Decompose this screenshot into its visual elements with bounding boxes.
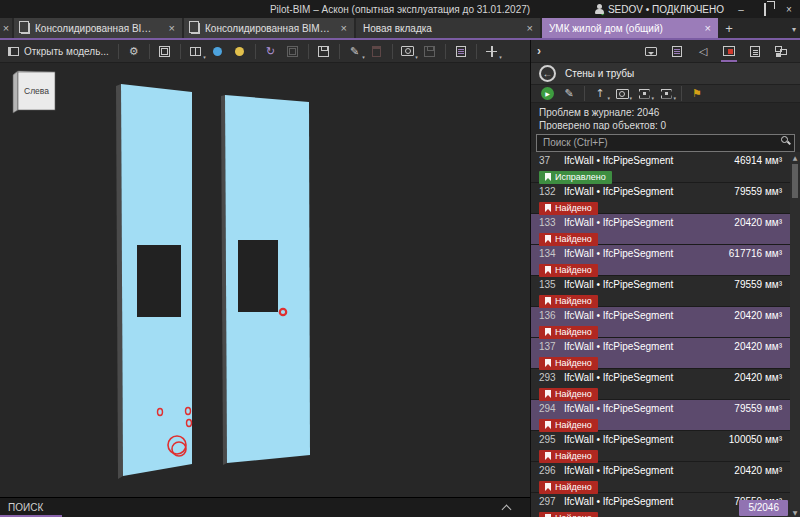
- tab-close-icon[interactable]: ×: [337, 22, 347, 34]
- view-mode-button[interactable]: ▾: [612, 86, 632, 102]
- search-status-label[interactable]: ПОИСК: [8, 502, 43, 513]
- issue-value: 20420 мм³: [734, 464, 782, 477]
- isolate-icon: [661, 89, 672, 99]
- rotate-button[interactable]: ↻: [261, 42, 281, 61]
- measure-button[interactable]: ✎▾: [345, 42, 365, 61]
- issue-type: IfcWall • IfcPipeSegment: [564, 309, 727, 322]
- panel-stats: Проблем в журнале: 2046 Проверено пар об…: [531, 103, 800, 130]
- collapse-panel-button[interactable]: ›: [537, 44, 541, 58]
- issue-value: 20420 мм³: [734, 340, 782, 353]
- user-label: SEDOV • ПОДКЛЮЧЕНО: [608, 4, 724, 15]
- status-badge: Найдено: [539, 233, 598, 246]
- edit-check-button[interactable]: ✎: [559, 86, 579, 102]
- issue-type: IfcWall • IfcPipeSegment: [564, 433, 722, 446]
- status-label: Найдено: [555, 451, 592, 461]
- issue-id: 132: [539, 185, 557, 198]
- issue-row[interactable]: 293 IfcWall • IfcPipeSegment 20420 мм³ Н…: [531, 369, 790, 400]
- yellow-marker-button[interactable]: [230, 42, 250, 61]
- tab-close-icon[interactable]: ×: [165, 22, 175, 34]
- search-icon[interactable]: [781, 136, 788, 143]
- issue-row[interactable]: 137 IfcWall • IfcPipeSegment 20420 мм³ Н…: [531, 338, 790, 369]
- issue-id: 137: [539, 340, 557, 353]
- view-camera-icon: [616, 89, 629, 99]
- toolbar-separator: [584, 86, 585, 101]
- status-bar: ПОИСК: [0, 497, 530, 517]
- issue-id: 297: [539, 495, 557, 508]
- viewer-toolbar: Открыть модель... ⚙ ▾ ↻ ✎▾ ▾ ▾: [0, 40, 530, 63]
- issue-value: 20420 мм³: [734, 309, 782, 322]
- issue-row[interactable]: 37 IfcWall • IfcPipeSegment 46914 мм³ Ис…: [531, 152, 790, 183]
- scroll-up-icon[interactable]: ▲: [790, 152, 800, 162]
- tab-bim-model-2[interactable]: Консолидированная BIM-модель ×: [184, 18, 354, 38]
- trash-icon: [372, 46, 381, 57]
- toolbar-separator: [180, 44, 181, 59]
- issue-row[interactable]: 295 IfcWall • IfcPipeSegment 100050 мм³ …: [531, 431, 790, 462]
- wall-panel-left[interactable]: [116, 84, 192, 479]
- pan-move-button[interactable]: ▾: [482, 42, 502, 61]
- structure-tab-button[interactable]: [768, 41, 794, 62]
- isolate-b-button[interactable]: ▾: [656, 86, 676, 102]
- scroll-thumb[interactable]: [792, 164, 798, 198]
- search-input[interactable]: [536, 134, 795, 152]
- issue-row[interactable]: 294 IfcWall • IfcPipeSegment 79559 мм³ Н…: [531, 400, 790, 431]
- expand-panel-chevron-icon[interactable]: [502, 505, 512, 515]
- issue-row[interactable]: 136 IfcWall • IfcPipeSegment 20420 мм³ Н…: [531, 307, 790, 338]
- issue-value: 20420 мм³: [734, 216, 782, 229]
- cursor-mode-button[interactable]: ↑▾: [590, 86, 610, 102]
- close-button[interactable]: ×: [782, 4, 796, 15]
- toolbar-separator: [445, 44, 446, 59]
- flags-tab-button[interactable]: ◁: [690, 41, 716, 62]
- save-button[interactable]: [314, 42, 334, 61]
- tab-close-partial[interactable]: ×: [0, 18, 12, 38]
- cursor-icon: ↑: [595, 87, 604, 100]
- camera-button[interactable]: ▾: [398, 42, 418, 61]
- issue-row[interactable]: 134 IfcWall • IfcPipeSegment 617716 мм³ …: [531, 245, 790, 276]
- issue-value: 617716 мм³: [729, 247, 782, 260]
- issue-row[interactable]: 133 IfcWall • IfcPipeSegment 20420 мм³ Н…: [531, 214, 790, 245]
- tab-close-icon[interactable]: ×: [523, 22, 533, 34]
- blue-marker-button[interactable]: [208, 42, 228, 61]
- issue-id: 295: [539, 433, 557, 446]
- issue-id: 136: [539, 309, 557, 322]
- model-viewport[interactable]: Слева: [0, 63, 530, 497]
- check-toolbar: ▶ ✎ ↑▾ ▾ ▾ ▾ ⚑: [531, 85, 800, 103]
- collision-check-tab-button[interactable]: [716, 41, 742, 62]
- structure-connector-icon: [775, 46, 787, 57]
- navigation-cube[interactable]: Слева: [13, 71, 55, 113]
- issue-type: IfcWall • IfcPipeSegment: [564, 278, 727, 291]
- wall-panel-right[interactable]: [221, 95, 310, 465]
- issue-row[interactable]: 135 IfcWall • IfcPipeSegment 79559 мм³ Н…: [531, 276, 790, 307]
- minimize-button[interactable]: –: [734, 4, 748, 15]
- tab-umk-house-active[interactable]: УМК жилой дом (общий) ×: [542, 18, 718, 38]
- restore-button[interactable]: [758, 4, 772, 15]
- scroll-down-icon[interactable]: ▼: [790, 507, 800, 517]
- issue-value: 79559 мм³: [734, 278, 782, 291]
- back-button[interactable]: ←: [539, 65, 556, 82]
- tab-overflow-button[interactable]: ▾: [792, 18, 796, 40]
- issue-row[interactable]: 296 IfcWall • IfcPipeSegment 20420 мм³ Н…: [531, 462, 790, 493]
- settings-gear-button[interactable]: ⚙: [124, 42, 144, 61]
- isolate-a-button[interactable]: ▾: [634, 86, 654, 102]
- status-badge: Найдено: [539, 202, 598, 215]
- document-tab-button[interactable]: [742, 41, 768, 62]
- new-tab-button[interactable]: +: [720, 18, 738, 38]
- comment-bubble-icon: [645, 47, 657, 56]
- open-model-button[interactable]: Открыть модель...: [4, 42, 113, 61]
- status-badge: Исправлено: [539, 171, 612, 184]
- run-check-button[interactable]: ▶: [537, 86, 557, 102]
- tab-new-tab[interactable]: Новая вкладка ×: [356, 18, 540, 38]
- comments-tab-button[interactable]: [638, 41, 664, 62]
- issue-row[interactable]: 132 IfcWall • IfcPipeSegment 79559 мм³ Н…: [531, 183, 790, 214]
- toolbar-separator: [339, 44, 340, 59]
- tab-close-icon[interactable]: ×: [701, 22, 711, 34]
- tab-bim-model-1[interactable]: Консолидированная BIM-модель ×: [14, 18, 182, 38]
- section-view-button[interactable]: ▾: [186, 42, 206, 61]
- tasks-tab-button[interactable]: [664, 41, 690, 62]
- list-scrollbar[interactable]: ▲ ▼: [790, 152, 800, 517]
- bookmark-flag-button[interactable]: ⚑: [687, 86, 707, 102]
- user-status[interactable]: SEDOV • ПОДКЛЮЧЕНО: [594, 4, 724, 15]
- disabled-tool-icon: [287, 46, 298, 57]
- selection-frame-button[interactable]: [155, 42, 175, 61]
- report-export-button[interactable]: [451, 42, 471, 61]
- delete-button: [367, 42, 387, 61]
